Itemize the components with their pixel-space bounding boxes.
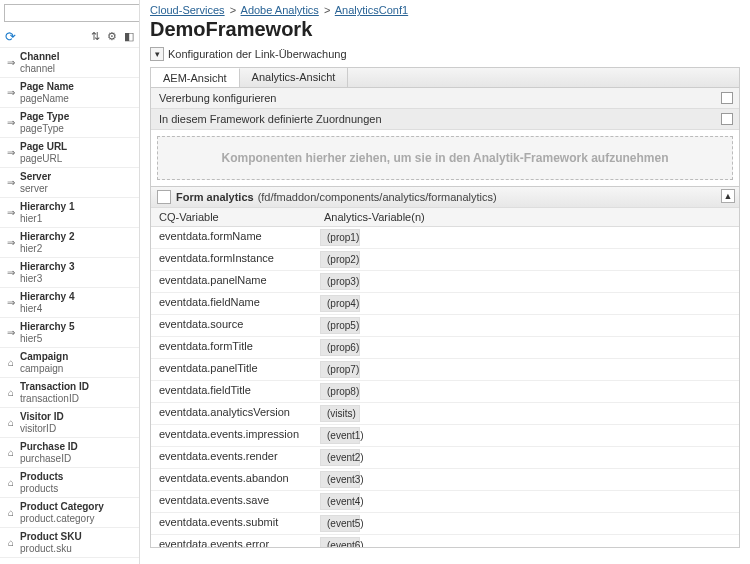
page-title: DemoFramework [150, 18, 740, 41]
sidebar-item[interactable]: ⌂Product SKUproduct.sku [0, 528, 139, 558]
analytics-variable-cell[interactable]: (prop5) [320, 317, 360, 334]
sidebar-item-label: Page URL [20, 141, 67, 153]
analytics-variable-cell[interactable]: (prop3) [320, 273, 360, 290]
table-row: eventdata.source(prop5) [151, 315, 739, 337]
breadcrumb-item[interactable]: Cloud-Services [150, 4, 225, 16]
table-row: eventdata.events.render(event2) [151, 447, 739, 469]
sidebar-item[interactable]: ⇒Hierarchy 3hier3 [0, 258, 139, 288]
analytics-variable-cell[interactable]: (event2) [320, 449, 360, 466]
analytics-variable-cell[interactable]: (event1) [320, 427, 360, 444]
analytics-variable-cell[interactable]: (prop6) [320, 339, 360, 356]
table-row: eventdata.events.error(event6) [151, 535, 739, 547]
col-cq-variable: CQ-Variable [151, 208, 316, 226]
settings-icon[interactable]: ⚙ [107, 30, 117, 42]
sidebar-item-var: hier4 [20, 303, 74, 315]
sidebar-item[interactable]: ⌂Campaigncampaign [0, 348, 139, 378]
refresh-icon[interactable]: ⟳ [5, 29, 16, 44]
table-row: eventdata.events.abandon(event3) [151, 469, 739, 491]
sidebar-item[interactable]: ⇒Hierarchy 1hier1 [0, 198, 139, 228]
table-row: eventdata.formInstance(prop2) [151, 249, 739, 271]
sidebar-item-var: transactionID [20, 393, 89, 405]
sidebar-item[interactable]: ⌂Visitor IDvisitorID [0, 408, 139, 438]
cq-variable-cell: eventdata.source [151, 315, 316, 336]
sidebar-item-label: Product Quantity [20, 561, 101, 562]
analytics-variable-cell[interactable]: (prop7) [320, 361, 360, 378]
sidebar-item-var: hier5 [20, 333, 74, 345]
breadcrumb: Cloud-Services > Adobe Analytics > Analy… [150, 4, 740, 16]
analytics-variable-cell[interactable]: (event3) [320, 471, 360, 488]
breadcrumb-item[interactable]: Adobe Analytics [241, 4, 319, 16]
variable-type-icon: ⇒ [2, 237, 20, 248]
sidebar-item[interactable]: ⇒Hierarchy 4hier4 [0, 288, 139, 318]
sidebar-item-var: hier1 [20, 213, 74, 225]
analytics-variable-cell[interactable]: (prop8) [320, 383, 360, 400]
variable-type-icon: ⇒ [2, 177, 20, 188]
variable-type-icon: ⌂ [2, 357, 20, 368]
sidebar-item[interactable]: ⌂Product Quantityproduct.quantity [0, 558, 139, 562]
sidebar: ⟳ ⇅ ⚙ ◧ ⇒Channelchannel⇒Page NamepageNam… [0, 0, 140, 564]
variable-type-icon: ⇒ [2, 207, 20, 218]
sidebar-item-var: pageName [20, 93, 74, 105]
analytics-variable-cell[interactable]: (event6) [320, 537, 360, 547]
sidebar-item-label: Products [20, 471, 63, 483]
table-row: eventdata.panelName(prop3) [151, 271, 739, 293]
inherit-checkbox[interactable] [721, 92, 733, 104]
sidebar-item-label: Product SKU [20, 531, 82, 543]
table-row: eventdata.formName(prop1) [151, 227, 739, 249]
main-content: Cloud-Services > Adobe Analytics > Analy… [140, 0, 750, 564]
inherit-label: Vererbung konfigurieren [159, 92, 276, 104]
inherit-row[interactable]: Vererbung konfigurieren [151, 88, 739, 109]
analytics-variable-cell[interactable]: (visits) [320, 405, 360, 422]
sidebar-item-var: hier2 [20, 243, 74, 255]
analytics-variable-cell[interactable]: (prop1) [320, 229, 360, 246]
sidebar-item[interactable]: ⇒Page NamepageName [0, 78, 139, 108]
cq-variable-cell: eventdata.events.save [151, 491, 316, 512]
component-header[interactable]: Form analytics (fd/fmaddon/components/an… [151, 186, 739, 207]
sidebar-item[interactable]: ⇒Hierarchy 2hier2 [0, 228, 139, 258]
sidebar-item-label: Channel [20, 51, 59, 63]
config-section-toggle[interactable]: ▾ Konfiguration der Link-Überwachung [150, 47, 740, 61]
variable-type-icon: ⇒ [2, 267, 20, 278]
sidebar-search [0, 0, 139, 26]
sidebar-item-label: Hierarchy 3 [20, 261, 74, 273]
defined-checkbox[interactable] [721, 113, 733, 125]
analytics-variable-cell[interactable]: (event4) [320, 493, 360, 510]
tab-aem-view[interactable]: AEM-Ansicht [151, 68, 240, 87]
sidebar-item-var: campaign [20, 363, 68, 375]
search-input[interactable] [4, 4, 140, 22]
sidebar-item-label: Campaign [20, 351, 68, 363]
sidebar-item-label: Hierarchy 5 [20, 321, 74, 333]
sidebar-item[interactable]: ⌂Purchase IDpurchaseID [0, 438, 139, 468]
cq-variable-cell: eventdata.events.submit [151, 513, 316, 534]
tree-icon[interactable]: ◧ [124, 30, 134, 42]
sidebar-item[interactable]: ⇒Page TypepageType [0, 108, 139, 138]
sidebar-item[interactable]: ⇒Serverserver [0, 168, 139, 198]
variable-type-icon: ⇒ [2, 87, 20, 98]
sidebar-item[interactable]: ⇒Hierarchy 5hier5 [0, 318, 139, 348]
component-icon [157, 190, 171, 204]
breadcrumb-item[interactable]: AnalyticsConf1 [335, 4, 408, 16]
analytics-variable-cell[interactable]: (event5) [320, 515, 360, 532]
defined-row: In diesem Framework definierte Zuordnung… [151, 109, 739, 130]
variable-type-icon: ⌂ [2, 537, 20, 548]
analytics-variable-cell[interactable]: (prop4) [320, 295, 360, 312]
collapse-arrow-icon[interactable]: ▲ [721, 189, 735, 203]
sidebar-item-var: product.sku [20, 543, 82, 555]
sidebar-toolbar: ⟳ ⇅ ⚙ ◧ [0, 26, 139, 48]
sidebar-item-label: Visitor ID [20, 411, 64, 423]
sidebar-item-label: Server [20, 171, 51, 183]
sidebar-item[interactable]: ⌂Transaction IDtransactionID [0, 378, 139, 408]
sidebar-item-var: channel [20, 63, 59, 75]
sidebar-item-var: purchaseID [20, 453, 78, 465]
sidebar-item[interactable]: ⌂Productsproducts [0, 468, 139, 498]
cq-variable-cell: eventdata.analyticsVersion [151, 403, 316, 424]
tab-analytics-view[interactable]: Analytics-Ansicht [240, 68, 349, 87]
sidebar-item[interactable]: ⇒Channelchannel [0, 48, 139, 78]
sidebar-item[interactable]: ⇒Page URLpageURL [0, 138, 139, 168]
sidebar-item[interactable]: ⌂Product Categoryproduct.category [0, 498, 139, 528]
cq-variable-cell: eventdata.events.error [151, 535, 316, 547]
cq-variable-cell: eventdata.events.impression [151, 425, 316, 446]
filter-icon[interactable]: ⇅ [91, 30, 100, 42]
analytics-variable-cell[interactable]: (prop2) [320, 251, 360, 268]
component-dropzone[interactable]: Komponenten hierher ziehen, um sie in de… [157, 136, 733, 180]
